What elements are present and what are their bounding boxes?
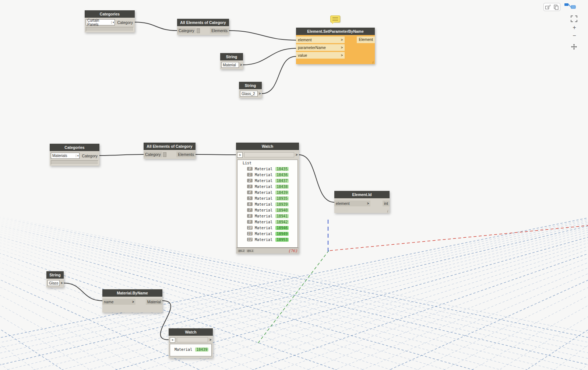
input-port-element[interactable]: element > xyxy=(334,200,370,206)
node-title[interactable]: All Elements of Category xyxy=(177,19,229,26)
port-arrow-icon: > xyxy=(341,53,343,57)
list-index-badge: 6 xyxy=(247,202,253,206)
list-item: 11Material18949 xyxy=(237,231,297,237)
list-item: 8Material18941 xyxy=(237,213,297,219)
element-id-badge: 18435 xyxy=(275,167,289,171)
node-categories-mid[interactable]: Categories Materials ▾ Category xyxy=(50,144,99,166)
output-port-category[interactable]: Category xyxy=(115,20,134,25)
node-all-elements-of-category-top[interactable]: All Elements of Category Category Elemen… xyxy=(177,19,229,35)
output-port-element[interactable]: Element xyxy=(357,36,375,43)
input-port-category[interactable]: Category xyxy=(144,151,162,157)
element-id-badge: 18437 xyxy=(275,179,289,183)
output-port-category[interactable]: Category xyxy=(80,154,98,158)
element-id-badge: 18941 xyxy=(275,214,289,218)
list-index-badge: 12 xyxy=(247,238,253,241)
port-strip xyxy=(177,337,208,342)
list-count: {76} xyxy=(288,249,297,253)
copy-icon[interactable] xyxy=(552,3,560,11)
input-port-name[interactable]: name > xyxy=(102,299,135,305)
preview-toolbar xyxy=(543,3,560,11)
output-port-material[interactable]: Material xyxy=(146,299,162,305)
node-string-glass2[interactable]: String Glass_2 > xyxy=(239,82,262,98)
dropdown-value: Materials xyxy=(52,154,67,158)
node-title[interactable]: Categories xyxy=(50,144,99,151)
element-id-badge: 18439 xyxy=(275,191,289,195)
dynamo-workspace-canvas[interactable]: Categories Curtain Panels ▾ Category All… xyxy=(0,0,588,370)
zoom-out-button[interactable]: − xyxy=(571,32,578,39)
port-arrow-icon: > xyxy=(367,202,369,205)
port-label: value xyxy=(298,53,307,57)
input-port-category[interactable]: Category xyxy=(177,28,196,34)
port-label: element xyxy=(298,38,311,42)
list-index-badge: 5 xyxy=(247,196,253,200)
node-title[interactable]: Watch xyxy=(169,328,213,336)
list-item-label: Material xyxy=(255,202,272,206)
list-level-badge[interactable]: @L2 xyxy=(237,249,245,252)
input-port-parametername[interactable]: parameterName > xyxy=(296,44,345,51)
node-title[interactable]: Element.Id xyxy=(334,191,390,198)
node-title[interactable]: String xyxy=(239,82,262,89)
wire-string-material-to-parametername[interactable] xyxy=(243,48,296,65)
wire-string-glass-to-materialbyname[interactable] xyxy=(64,283,102,301)
list-index-badge: 2 xyxy=(247,179,253,182)
watch-list-view: List 0Material18435 1Material18436 2Mate… xyxy=(237,160,298,248)
node-string-material[interactable]: String Material > xyxy=(220,53,243,69)
bubble-text-lines-icon xyxy=(332,17,338,21)
watch-value-view: Material 18439 xyxy=(170,344,212,356)
node-material-byname[interactable]: Material.ByName name > Material xyxy=(102,289,162,313)
string-input[interactable]: Glass_2 xyxy=(240,91,258,97)
node-title[interactable]: All Elements of Category xyxy=(144,143,196,150)
wire-elements-to-setparameter-element[interactable] xyxy=(229,31,296,40)
axis-y-green xyxy=(258,251,329,343)
node-watch-single[interactable]: Watch > > Material 18439 xyxy=(169,328,213,358)
wire-elements-to-watch[interactable] xyxy=(196,154,236,155)
input-port[interactable]: > xyxy=(170,337,175,343)
wire-string-glass2-to-value[interactable] xyxy=(262,56,296,94)
node-title[interactable]: String xyxy=(46,271,64,279)
list-level-badge[interactable]: @L1 xyxy=(246,249,254,252)
node-all-elements-of-category-mid[interactable]: All Elements of Category Category Elemen… xyxy=(144,143,196,159)
element-id-badge: 18438 xyxy=(275,185,289,189)
output-port-elements[interactable]: Elements xyxy=(210,28,229,34)
list-item: 2Material18437 xyxy=(237,178,297,184)
node-watch-list[interactable]: Watch > > List 0Material18435 1Material1… xyxy=(236,143,299,254)
output-port-arrow-icon[interactable]: > xyxy=(61,281,63,285)
node-element-id[interactable]: Element.Id element > int i xyxy=(334,191,390,213)
zoom-in-button[interactable]: + xyxy=(571,24,578,31)
input-port[interactable]: > xyxy=(237,152,243,158)
graph-nodes-icon[interactable] xyxy=(564,2,576,11)
camera-export-icon[interactable] xyxy=(544,3,552,11)
node-title[interactable]: Material.ByName xyxy=(102,289,162,297)
output-port-arrow-icon[interactable]: > xyxy=(259,92,261,95)
node-element-setparameterbyname[interactable]: Element.SetParameterByName element > par… xyxy=(296,28,375,64)
category-dropdown[interactable]: Materials ▾ xyxy=(51,153,80,159)
list-index-badge: 7 xyxy=(247,208,253,212)
string-input[interactable]: Glass xyxy=(47,280,60,286)
output-port-int[interactable]: int xyxy=(383,200,390,206)
category-dropdown[interactable]: Curtain Panels ▾ xyxy=(86,19,115,25)
node-title[interactable]: Watch xyxy=(236,143,299,150)
port-arrow-icon: > xyxy=(132,300,134,304)
port-strip xyxy=(244,152,294,157)
list-item-label: Material xyxy=(255,173,272,177)
warning-bubble-icon[interactable] xyxy=(330,15,340,22)
wire-categories-to-allelements-mid[interactable] xyxy=(99,154,144,156)
fit-view-icon[interactable] xyxy=(571,15,577,24)
wire-categories-to-allelements-top[interactable] xyxy=(135,22,177,31)
node-title[interactable]: String xyxy=(220,53,243,60)
input-port-element[interactable]: element > xyxy=(296,36,345,43)
output-port[interactable]: > xyxy=(296,153,298,157)
element-id-badge: 18953 xyxy=(275,238,289,242)
output-port[interactable]: > xyxy=(210,338,212,342)
wire-watch-to-elementid[interactable] xyxy=(299,155,334,202)
pan-icon[interactable] xyxy=(571,43,577,52)
input-port-value[interactable]: value > xyxy=(296,52,345,59)
output-port-arrow-icon[interactable]: > xyxy=(240,63,242,67)
node-title[interactable]: Element.SetParameterByName xyxy=(296,28,375,35)
output-port-elements[interactable]: Elements xyxy=(176,151,196,157)
node-categories-top[interactable]: Categories Curtain Panels ▾ Category xyxy=(85,10,135,32)
node-string-glass[interactable]: String Glass > xyxy=(46,271,64,287)
node-footer-recess xyxy=(51,160,98,165)
string-input[interactable]: Material xyxy=(221,62,239,68)
node-title[interactable]: Categories xyxy=(85,10,135,18)
